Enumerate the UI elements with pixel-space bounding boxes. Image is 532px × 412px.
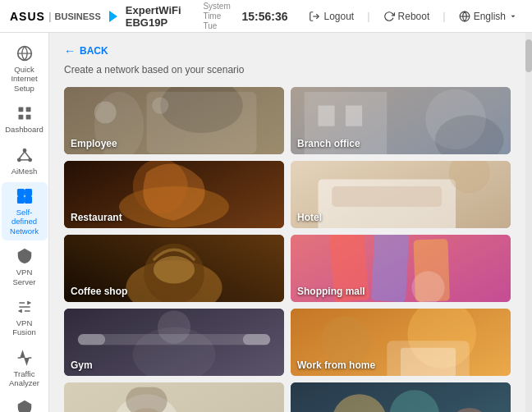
main-content: ← BACK Create a network based on your sc… (49, 33, 525, 412)
svg-rect-58 (243, 334, 271, 345)
svg-rect-34 (319, 106, 335, 126)
svg-rect-64 (401, 348, 456, 376)
scenario-label-hotel: Hotel (297, 212, 322, 223)
scenario-card-gym[interactable]: Gym (64, 309, 284, 376)
vpn-server-icon (16, 247, 34, 265)
system-time: System Time Tue (203, 2, 233, 31)
scrollbar[interactable] (525, 33, 532, 412)
divider2: | (443, 10, 445, 22)
svg-rect-57 (78, 334, 106, 345)
svg-rect-6 (18, 115, 23, 120)
logo: ASUS | BUSINESS (10, 10, 101, 23)
device-name: ExpertWiFi EBG19P (126, 4, 190, 29)
sidebar-item-self-defined-network[interactable]: Self-defined Network (2, 182, 48, 240)
sidebar-item-vpn-fusion[interactable]: VPN Fusion (2, 293, 48, 342)
logout-label: Logout (323, 11, 354, 22)
sidebar-label-dashboard: Dashboard (5, 125, 43, 134)
scroll-area[interactable]: ← BACK Create a network based on your sc… (49, 33, 525, 412)
header: ASUS | BUSINESS ExpertWiFi EBG19P System… (0, 0, 532, 33)
sidebar-label-vpn-server: VPN Server (5, 268, 44, 286)
back-arrow-icon: ← (64, 44, 76, 57)
scenario-card-social[interactable] (291, 382, 511, 412)
music-image (64, 382, 284, 412)
logo-chevron-icon (109, 11, 117, 22)
sidebar-label-aimesh: AiMesh (11, 167, 38, 176)
sidebar-item-traffic-analyzer[interactable]: Traffic Analyzer (2, 344, 48, 393)
svg-rect-5 (25, 108, 30, 112)
system-time-value: 15:56:36 (241, 10, 287, 23)
svg-point-31 (152, 98, 168, 114)
chevron-down-icon (509, 12, 517, 21)
scenario-card-coffee-shop[interactable]: Coffee shop (64, 235, 284, 302)
scenario-label-coffee-shop: Coffee shop (71, 286, 127, 297)
svg-rect-4 (18, 108, 23, 112)
svg-rect-7 (25, 115, 30, 120)
svg-rect-17 (25, 197, 31, 204)
back-button[interactable]: ← BACK (64, 44, 511, 57)
svg-line-12 (25, 151, 30, 158)
scenario-label-shopping-mall: Shopping mall (297, 286, 365, 297)
scenario-label-gym: Gym (71, 359, 93, 371)
svg-rect-35 (346, 106, 362, 126)
social-image (291, 382, 511, 412)
sidebar-item-aiprotection[interactable]: AiProtection (2, 394, 48, 412)
globe-icon (459, 11, 470, 22)
reboot-button[interactable]: Reboot (378, 9, 435, 24)
svg-point-60 (158, 310, 190, 343)
sidebar-item-dashboard[interactable]: Dashboard (2, 99, 48, 139)
logout-button[interactable]: Logout (304, 9, 359, 24)
traffic-analyzer-icon (16, 349, 34, 367)
quick-setup-icon (16, 44, 34, 62)
sidebar: Quick Internet Setup Dashboard AiMesh Se… (0, 33, 49, 412)
system-time-label: System Time (203, 2, 233, 21)
scenario-card-branch-office[interactable]: Branch office (291, 87, 511, 154)
logo-business: BUSINESS (55, 11, 101, 21)
svg-point-8 (23, 149, 25, 151)
scenario-card-work-from-home[interactable]: Work from home (291, 309, 511, 376)
reboot-icon (383, 11, 395, 22)
svg-rect-16 (17, 197, 24, 204)
scenario-grid: Employee Branch office (64, 87, 511, 412)
sidebar-label-quick-internet-setup: Quick Internet Setup (5, 65, 44, 93)
layout: Quick Internet Setup Dashboard AiMesh Se… (0, 33, 532, 412)
scenario-card-restaurant[interactable]: Restaurant (64, 161, 284, 228)
svg-point-30 (94, 102, 117, 124)
dashboard-icon (16, 104, 34, 122)
reboot-label: Reboot (398, 11, 430, 22)
svg-rect-69 (126, 387, 167, 412)
svg-rect-66 (64, 382, 284, 412)
scenario-label-work-from-home: Work from home (297, 359, 375, 371)
aimesh-icon (16, 146, 34, 164)
sidebar-item-quick-internet-setup[interactable]: Quick Internet Setup (2, 39, 48, 98)
sidebar-label-vpn-fusion: VPN Fusion (5, 318, 44, 337)
svg-rect-15 (25, 190, 31, 196)
vpn-fusion-icon (16, 298, 34, 316)
scrollbar-thumb[interactable] (525, 39, 532, 72)
back-label: BACK (80, 45, 108, 57)
sidebar-item-aimesh[interactable]: AiMesh (2, 141, 48, 181)
svg-rect-52 (371, 235, 410, 302)
language-selector[interactable]: English (454, 9, 522, 24)
page-subtitle: Create a network based on your scenario (64, 64, 511, 76)
self-defined-network-icon (16, 187, 34, 205)
divider: | (367, 10, 369, 22)
scenario-card-shopping-mall[interactable]: Shopping mall (291, 235, 511, 302)
sidebar-label-self-defined-network: Self-defined Network (5, 208, 44, 236)
scenario-card-hotel[interactable]: Hotel (291, 161, 511, 228)
hotel-image (291, 161, 511, 228)
scenario-card-music[interactable] (64, 382, 284, 412)
scenario-label-employee: Employee (71, 138, 117, 149)
logo-separator: | (48, 10, 52, 22)
system-time-day: Tue (203, 21, 217, 31)
scenario-label-branch-office: Branch office (297, 138, 360, 149)
svg-rect-14 (17, 190, 24, 196)
svg-line-11 (19, 151, 25, 158)
svg-point-49 (154, 256, 195, 284)
gym-image (64, 309, 284, 376)
aiprotection-icon (16, 399, 34, 412)
sidebar-label-traffic-analyzer: Traffic Analyzer (5, 369, 44, 388)
sidebar-item-vpn-server[interactable]: VPN Server (2, 242, 48, 291)
svg-rect-43 (332, 186, 442, 207)
logo-asus: ASUS (10, 10, 45, 23)
scenario-card-employee[interactable]: Employee (64, 87, 284, 154)
